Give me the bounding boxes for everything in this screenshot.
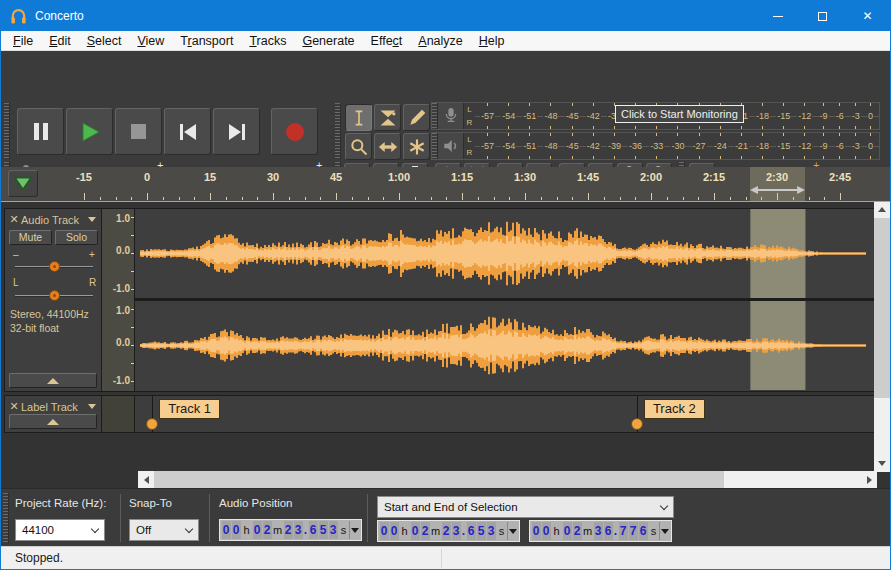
draw-tool-button[interactable] [403, 104, 430, 131]
time-field-dropdown[interactable] [659, 522, 670, 540]
time-digit[interactable]: 3 [329, 521, 338, 539]
time-digit[interactable]: s [496, 522, 507, 540]
collapse-track-button[interactable] [9, 373, 97, 388]
selection-tool-button[interactable] [345, 104, 372, 131]
time-digit[interactable]: 0 [563, 522, 572, 540]
title-bar[interactable]: Concerto ✕ [1, 1, 890, 31]
waveform-channel-left[interactable] [135, 209, 874, 298]
scroll-down-button[interactable] [874, 455, 890, 472]
time-digit[interactable]: 6 [639, 522, 648, 540]
time-digit[interactable]: 6 [309, 521, 318, 539]
time-digit[interactable]: 2 [284, 521, 293, 539]
time-digit[interactable]: 0 [222, 521, 231, 539]
time-shift-tool-button[interactable] [374, 133, 401, 160]
gain-thumb[interactable] [49, 261, 60, 272]
vertical-scale-ruler[interactable]: 1.00.0-1.01.00.0-1.0 [102, 209, 135, 391]
time-field-dropdown[interactable] [507, 522, 518, 540]
time-digit[interactable]: s [338, 521, 349, 539]
time-digit[interactable]: 0 [542, 522, 551, 540]
skip-to-start-button[interactable] [164, 108, 211, 155]
pinned-play-head-button[interactable] [8, 170, 38, 197]
audio-track-title[interactable]: Audio Track [21, 214, 99, 226]
playback-meter[interactable]: LR -57-54-51-48-45-42-39-36-33-30-27-24-… [431, 132, 880, 160]
minimize-button[interactable] [755, 1, 800, 31]
close-track-icon[interactable]: ✕ [7, 213, 21, 226]
time-digit[interactable]: h [551, 522, 562, 540]
scroll-up-button[interactable] [874, 207, 890, 212]
label-chip[interactable]: Track 1 [159, 399, 220, 419]
multi-tool-button[interactable] [403, 133, 430, 160]
audio-track-panel[interactable]: ✕ Audio Track Mute Solo – + L R Stereo, … [5, 209, 102, 391]
time-digit[interactable]: s [648, 522, 659, 540]
menu-help[interactable]: Help [471, 31, 513, 51]
record-button[interactable] [271, 108, 318, 155]
collapse-track-button[interactable] [9, 414, 97, 429]
time-digit[interactable]: 6 [467, 522, 476, 540]
close-button[interactable]: ✕ [845, 1, 890, 31]
monitoring-tooltip[interactable]: Click to Start Monitoring [615, 105, 744, 123]
label-chip[interactable]: Track 2 [644, 399, 705, 419]
vertical-scrollbar[interactable] [874, 202, 890, 472]
timeline-ruler[interactable]: -1501530451:001:151:301:452:002:152:302:… [1, 167, 890, 202]
pause-button[interactable] [17, 108, 64, 155]
waveform-channel-right[interactable] [135, 301, 874, 390]
time-digit[interactable]: 5 [477, 522, 486, 540]
label-marker-handle[interactable] [631, 418, 643, 430]
time-digit[interactable]: 7 [629, 522, 638, 540]
play-button[interactable] [66, 108, 113, 155]
menu-generate[interactable]: Generate [294, 31, 362, 51]
label-track[interactable]: ✕ Label Track Track 1Track 2 [4, 395, 875, 433]
label-track-title[interactable]: Label Track [21, 401, 99, 413]
time-digit[interactable]: . [461, 522, 466, 540]
stop-button[interactable] [115, 108, 162, 155]
envelope-tool-button[interactable] [374, 104, 401, 131]
audio-track[interactable]: ✕ Audio Track Mute Solo – + L R Stereo, … [4, 208, 875, 392]
time-digit[interactable]: 0 [390, 522, 399, 540]
transport-toolbar-grip[interactable] [4, 103, 10, 159]
audio-position-field[interactable]: 00h02m23.653s [219, 519, 362, 541]
label-track-panel[interactable]: ✕ Label Track [5, 396, 102, 432]
time-digit[interactable]: 3 [294, 521, 303, 539]
time-digit[interactable]: 6 [604, 522, 613, 540]
time-digit[interactable]: 0 [532, 522, 541, 540]
selection-start-field[interactable]: 00h02m23.653s [377, 520, 520, 542]
time-digit[interactable]: 2 [573, 522, 582, 540]
menu-edit[interactable]: Edit [41, 31, 79, 51]
menu-view[interactable]: View [129, 31, 172, 51]
horizontal-scroll-thumb[interactable] [154, 471, 724, 488]
zoom-tool-button[interactable] [345, 133, 372, 160]
selection-mode-combo[interactable]: Start and End of Selection [377, 496, 674, 518]
time-digit[interactable]: 3 [594, 522, 603, 540]
recording-meter-button[interactable] [438, 103, 464, 129]
time-digit[interactable]: 0 [232, 521, 241, 539]
menu-analyze[interactable]: Analyze [410, 31, 470, 51]
menu-effect[interactable]: Effect [363, 31, 411, 51]
scroll-right-button[interactable] [861, 471, 877, 488]
snap-to-combo[interactable]: Off [129, 519, 199, 541]
time-digit[interactable]: 3 [452, 522, 461, 540]
menu-tracks[interactable]: Tracks [241, 31, 294, 51]
close-track-icon[interactable]: ✕ [7, 400, 21, 413]
skip-to-end-button[interactable] [213, 108, 260, 155]
time-field-dropdown[interactable] [349, 521, 360, 539]
time-digit[interactable]: m [430, 522, 441, 540]
solo-button[interactable]: Solo [55, 230, 98, 245]
time-digit[interactable]: 7 [619, 522, 628, 540]
horizontal-scrollbar[interactable] [138, 471, 877, 488]
time-digit[interactable]: 0 [253, 521, 262, 539]
time-digit[interactable]: 3 [487, 522, 496, 540]
project-rate-combo[interactable]: 44100 [15, 519, 105, 541]
menu-file[interactable]: File [5, 31, 41, 51]
pan-thumb[interactable] [49, 290, 60, 301]
time-digit[interactable]: . [613, 522, 618, 540]
scroll-left-button[interactable] [138, 471, 154, 488]
time-digit[interactable]: . [303, 521, 308, 539]
time-digit[interactable]: 2 [442, 522, 451, 540]
pan-slider[interactable] [15, 295, 93, 297]
time-digit[interactable]: 0 [380, 522, 389, 540]
time-digit[interactable]: m [582, 522, 593, 540]
gain-slider[interactable] [15, 266, 93, 268]
selection-toolbar-grip[interactable] [3, 493, 9, 543]
time-digit[interactable]: 2 [263, 521, 272, 539]
tools-toolbar-grip[interactable] [335, 103, 341, 159]
